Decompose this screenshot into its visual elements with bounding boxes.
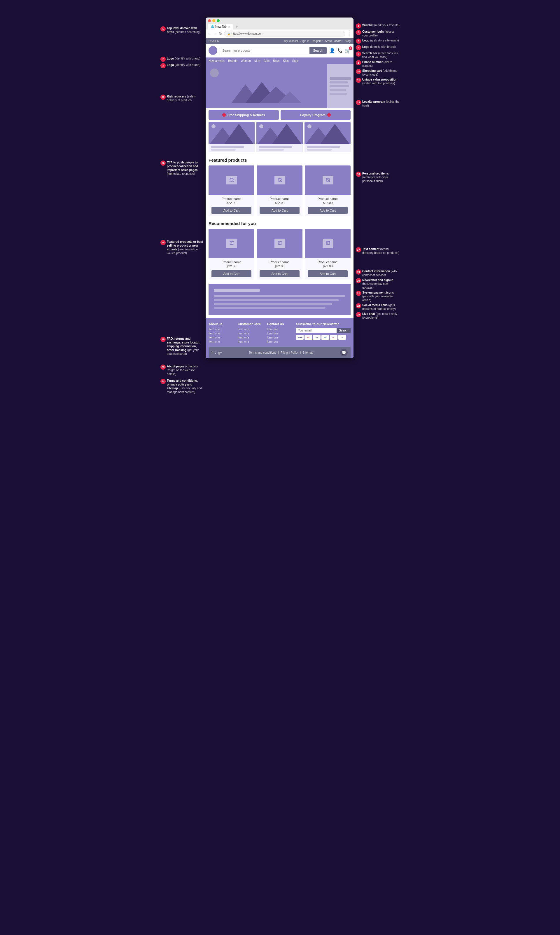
featured-product-price-2: $22.00 xyxy=(260,201,300,205)
shipping-badge[interactable]: Free Shipping & Returns xyxy=(209,110,279,120)
featured-title: Featured products xyxy=(209,157,351,163)
featured-add-to-cart-3[interactable]: Add to Cart xyxy=(308,207,348,214)
footer-about-item-2[interactable]: Item one xyxy=(209,332,235,335)
nav-girls[interactable]: Girls xyxy=(263,59,269,62)
facebook-icon[interactable]: f xyxy=(211,350,212,354)
locale-selector[interactable]: USA EN xyxy=(209,39,219,43)
nav-women[interactable]: Women xyxy=(241,59,251,62)
svg-marker-7 xyxy=(272,124,301,144)
nav-kids[interactable]: Kids xyxy=(283,59,288,62)
annotation-7: 7 Logo (identify with brand) xyxy=(356,45,400,50)
featured-add-to-cart-1[interactable]: Add to Cart xyxy=(211,207,251,214)
signin-link[interactable]: Sign in xyxy=(300,39,309,43)
rec-product-3: 🖼 Product name $22.00 Add to Cart xyxy=(305,229,351,280)
cart-wrapper[interactable]: 🛒 1 xyxy=(345,48,351,53)
rec-product-price-1: $22.00 xyxy=(211,264,251,268)
browser-dot-green[interactable] xyxy=(217,19,220,22)
text-banner xyxy=(209,284,351,315)
twitter-icon[interactable]: t xyxy=(215,350,215,354)
reload-btn[interactable]: ↻ xyxy=(219,31,222,36)
rec-add-to-cart-3[interactable]: Add to Cart xyxy=(308,270,348,277)
nav-boys[interactable]: Boys xyxy=(273,59,279,62)
annotation-21: 21 System payment icons (pay with your a… xyxy=(356,291,400,302)
social-icons: f t g+ xyxy=(211,350,222,354)
loyalty-badge[interactable]: Loyalty Program xyxy=(281,110,351,120)
search-bar[interactable]: Search xyxy=(220,47,327,54)
rec-add-to-cart-2[interactable]: Add to Cart xyxy=(260,270,300,277)
newsletter-btn[interactable]: Search xyxy=(337,328,351,333)
new-tab-btn[interactable]: + xyxy=(234,24,240,29)
footer-contact-item-2[interactable]: Item one xyxy=(267,332,293,335)
footer-care-item-2[interactable]: Item one xyxy=(238,332,264,335)
annotation-12: 12 Risk reducers (safety delivery of pro… xyxy=(160,94,203,102)
rec-product-2: 🖼 Product name $22.00 Add to Cart xyxy=(257,229,303,280)
newsletter-input[interactable] xyxy=(296,328,337,333)
browser-tab[interactable]: 🌐 New Tab ✕ xyxy=(208,24,233,29)
register-link[interactable]: Register xyxy=(312,39,323,43)
annotation-13: 13 Loyalty program (builds the trust) xyxy=(356,100,400,107)
googleplus-icon[interactable]: g+ xyxy=(218,350,222,354)
recommended-section: Recommended for you 🖼 Product name $22.0… xyxy=(206,221,354,280)
annotation-6: 6 Logo (grab store site easily) xyxy=(356,39,400,44)
recommended-title: Recommended for you xyxy=(209,221,351,226)
featured-product-name-3: Product name xyxy=(308,197,348,200)
site-logo[interactable] xyxy=(209,46,217,55)
terms-link[interactable]: Terms and conditions xyxy=(249,351,277,354)
user-icon[interactable]: 👤 xyxy=(329,48,335,53)
browser-dot-yellow[interactable] xyxy=(212,19,215,22)
footer-contact: Contact Us Item one Item one Item one It… xyxy=(267,322,293,343)
footer-contact-item-1[interactable]: Item one xyxy=(267,328,293,331)
hero-sidebar-line-2 xyxy=(329,82,348,83)
hero-section xyxy=(206,64,354,108)
footer-about-item-1[interactable]: Item one xyxy=(209,328,235,331)
forward-btn[interactable]: → xyxy=(214,31,217,36)
shipping-dot xyxy=(222,113,226,117)
tab-close[interactable]: ✕ xyxy=(228,25,230,28)
footer-care-item-4[interactable]: Item one xyxy=(238,340,264,343)
footer-top: About us Item one Item one Item one Item… xyxy=(209,322,351,347)
footer-about-item-4[interactable]: Item one xyxy=(209,340,235,343)
hero-sidebar-line-5 xyxy=(329,93,347,95)
footer-care-item-1[interactable]: Item one xyxy=(238,328,264,331)
footer-contact-item-4[interactable]: Item one xyxy=(267,340,293,343)
address-bar[interactable]: 🔒 https://www.domain.com xyxy=(224,31,345,37)
risk-reducers: Free Shipping & Returns Loyalty Program xyxy=(206,108,354,122)
payment-cb: CB xyxy=(338,335,346,340)
category-card-3[interactable] xyxy=(305,122,351,152)
footer-contact-item-3[interactable]: Item one xyxy=(267,336,293,339)
nav-men[interactable]: Men xyxy=(254,59,260,62)
search-button[interactable]: Search xyxy=(309,47,327,54)
annotation-17: 17 Text content (brand directory based o… xyxy=(356,247,400,255)
back-btn[interactable]: ← xyxy=(208,31,212,36)
nav-new-arrivals[interactable]: New arrivals xyxy=(209,59,225,62)
category-card-2[interactable] xyxy=(256,122,303,152)
browser-dot-red[interactable] xyxy=(208,19,211,22)
live-chat-btn[interactable]: 💬 xyxy=(340,349,348,356)
footer-care-item-3[interactable]: Item one xyxy=(238,336,264,339)
sitemap-link[interactable]: Sitemap xyxy=(303,351,314,354)
hero-mountains xyxy=(210,80,323,103)
rec-add-to-cart-1[interactable]: Add to Cart xyxy=(211,270,251,277)
store-locator-link[interactable]: Store Locator xyxy=(325,39,342,43)
nav-sale[interactable]: Sale xyxy=(292,59,298,62)
blog-link[interactable]: Blog xyxy=(345,39,351,43)
annotation-19: 19 Contact information (24/7 contact at … xyxy=(356,270,400,277)
menu-dots[interactable]: ⋮ xyxy=(347,31,351,36)
phone-icon[interactable]: 📞 xyxy=(337,48,342,53)
category-card-1[interactable] xyxy=(209,122,255,152)
featured-add-to-cart-2[interactable]: Add to Cart xyxy=(260,207,300,214)
annotation-9: 9 Search bar (enter and click, find what… xyxy=(356,51,400,59)
featured-product-name-1: Product name xyxy=(211,197,251,200)
wishlist-link[interactable]: My wishlist xyxy=(284,39,298,43)
featured-product-price-3: $22.00 xyxy=(308,201,348,205)
footer-about-item-3[interactable]: Item one xyxy=(209,336,235,339)
featured-product-3: 🖼 Product name $22.00 Add to Cart xyxy=(305,165,351,216)
rec-product-name-3: Product name xyxy=(308,260,348,264)
search-input[interactable] xyxy=(220,47,309,54)
text-banner-line-4 xyxy=(214,307,326,309)
nav-brands[interactable]: Brands xyxy=(228,59,237,62)
privacy-link[interactable]: Privacy Policy xyxy=(280,351,298,354)
tab-label: New Tab xyxy=(215,25,227,28)
rec-product-name-2: Product name xyxy=(260,260,300,264)
rec-img-icon-3: 🖼 xyxy=(323,239,333,248)
